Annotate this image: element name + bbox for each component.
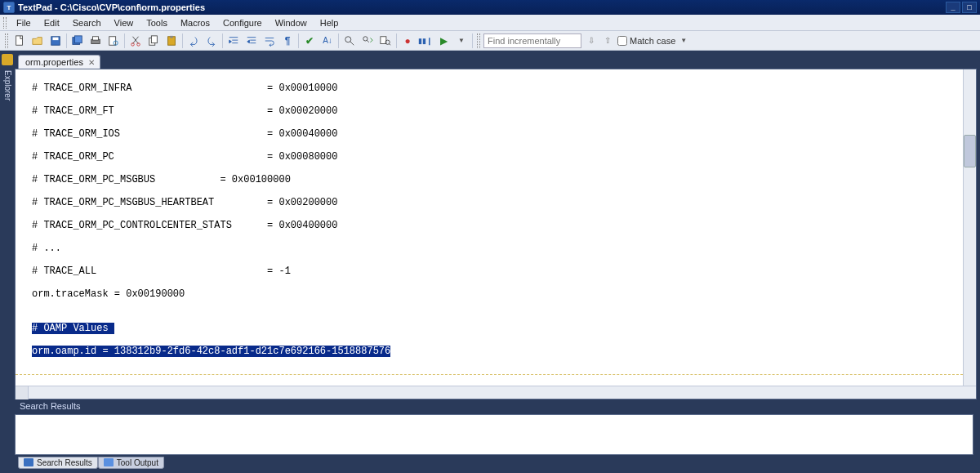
- svg-rect-0: [16, 35, 23, 44]
- search-results-icon: [24, 458, 33, 466]
- svg-point-15: [345, 36, 351, 42]
- cut-icon[interactable]: [127, 33, 144, 49]
- code-line[interactable]: # ...: [29, 243, 963, 254]
- find-options-dropdown-icon[interactable]: ▼: [680, 37, 687, 44]
- search-results-header[interactable]: Search Results: [15, 399, 977, 414]
- svg-rect-2: [53, 37, 59, 40]
- toolbar-grip-2[interactable]: [477, 33, 480, 48]
- save-all-icon[interactable]: [69, 33, 86, 49]
- toolbar-grip-1[interactable]: [5, 33, 8, 48]
- menu-file[interactable]: File: [10, 16, 38, 29]
- undo-icon[interactable]: [185, 33, 202, 49]
- explorer-label: Explorer: [3, 70, 12, 100]
- match-case-checkbox[interactable]: [617, 36, 627, 46]
- find-up-icon[interactable]: ⇧: [601, 34, 614, 47]
- minimize-button[interactable]: _: [946, 2, 960, 13]
- indent-icon[interactable]: [225, 33, 242, 49]
- code-line-highlight[interactable]: # OAMP Values: [29, 323, 963, 334]
- maximize-button[interactable]: □: [962, 2, 977, 13]
- code-line[interactable]: # TRACE_ORM_PC_MSGBUS_HEARTBEAT = 0x0020…: [29, 197, 963, 208]
- titlebar: T TextPad - C:\Cisco\CVP\conf\orm.proper…: [0, 0, 980, 15]
- tab-orm-properties[interactable]: orm.properties ✕: [18, 55, 100, 69]
- code-line[interactable]: # TRACE_ORM_PC_CONTROLCENTER_STATS = 0x0…: [29, 220, 963, 231]
- tab-label: orm.properties: [25, 57, 83, 67]
- code-editor[interactable]: # TRACE_ORM_INFRA = 0x00010000 # TRACE_O…: [16, 69, 963, 386]
- menubar: File Edit Search View Tools Macros Confi…: [0, 15, 980, 31]
- explorer-sidebar[interactable]: Explorer: [0, 51, 15, 473]
- code-line[interactable]: # TRACE_ORM_PC_MSGBUS = 0x00100000: [29, 174, 963, 185]
- record-macro-icon[interactable]: ●: [399, 33, 416, 49]
- tool-output-icon: [104, 458, 114, 466]
- vertical-scrollbar[interactable]: [963, 69, 976, 386]
- redo-icon[interactable]: [203, 33, 220, 49]
- menu-window[interactable]: Window: [269, 16, 314, 29]
- horizontal-scrollbar[interactable]: [16, 386, 976, 399]
- svg-rect-4: [75, 35, 82, 42]
- match-case-label[interactable]: Match case: [617, 36, 675, 46]
- new-file-icon[interactable]: [11, 33, 28, 49]
- code-line[interactable]: orm.traceMask = 0x00190000: [29, 288, 963, 300]
- find-next-icon[interactable]: [359, 33, 376, 49]
- copy-icon[interactable]: [145, 33, 162, 49]
- svg-rect-12: [151, 35, 157, 42]
- document-tabbar: orm.properties ✕: [15, 51, 977, 69]
- scrollbar-thumb[interactable]: [964, 135, 976, 167]
- code-line-highlight[interactable]: orm.oamp.id = 138312b9-2fd6-42c8-adf1-d2…: [29, 346, 963, 357]
- menu-help[interactable]: Help: [314, 16, 345, 29]
- bottom-tab-search-results[interactable]: Search Results: [18, 457, 98, 469]
- incremental-find-box: ⇩ ⇧ Match case ▼: [483, 33, 687, 48]
- search-results-panel[interactable]: [15, 414, 973, 455]
- show-marks-icon[interactable]: ¶: [279, 33, 296, 49]
- menu-view[interactable]: View: [108, 16, 140, 29]
- window-title: TextPad - C:\Cisco\CVP\conf\orm.properti…: [18, 2, 205, 12]
- sort-az-icon[interactable]: A↓: [319, 33, 336, 49]
- code-line[interactable]: # TRACE_ORM_INFRA = 0x00010000: [29, 83, 963, 94]
- tab-close-icon[interactable]: ✕: [88, 58, 95, 67]
- code-line[interactable]: # TRACE_ORM_PC = 0x00080000: [29, 151, 963, 163]
- play-macro-icon[interactable]: ▶: [435, 33, 452, 49]
- incremental-find-input[interactable]: [483, 33, 581, 48]
- menubar-grip[interactable]: [3, 17, 7, 29]
- print-icon[interactable]: [87, 33, 104, 49]
- menu-tools[interactable]: Tools: [140, 16, 174, 29]
- macro-dropdown-icon[interactable]: ▼: [453, 33, 470, 49]
- svg-rect-6: [93, 36, 99, 39]
- bottom-tab-tool-output[interactable]: Tool Output: [98, 457, 164, 469]
- bottom-tabbar: Search Results Tool Output: [15, 455, 977, 470]
- word-wrap-icon[interactable]: [261, 33, 278, 49]
- svg-rect-14: [170, 35, 173, 38]
- app-icon: T: [3, 2, 15, 13]
- editor-frame: # TRACE_ORM_INFRA = 0x00010000 # TRACE_O…: [15, 69, 977, 399]
- menu-edit[interactable]: Edit: [38, 16, 66, 29]
- toolbar: ¶ ✔ A↓ ● ▮▮❙ ▶ ▼ ⇩ ⇧ Match case ▼: [0, 31, 980, 51]
- print-preview-icon[interactable]: [105, 33, 122, 49]
- code-line[interactable]: # TRACE_ORM_FT = 0x00020000: [29, 105, 963, 117]
- find-icon[interactable]: [341, 33, 358, 49]
- code-line[interactable]: # TRACE_ORM_IOS = 0x00040000: [29, 128, 963, 140]
- find-down-icon[interactable]: ⇩: [585, 34, 598, 47]
- outdent-icon[interactable]: [243, 33, 260, 49]
- menu-macros[interactable]: Macros: [174, 16, 216, 29]
- menu-configure[interactable]: Configure: [216, 16, 269, 29]
- code-line[interactable]: # TRACE_ALL = -1: [29, 266, 963, 277]
- find-in-files-icon[interactable]: [377, 33, 394, 49]
- split-handle[interactable]: [16, 386, 29, 399]
- open-file-icon[interactable]: [29, 33, 46, 49]
- spell-check-icon[interactable]: ✔: [301, 33, 318, 49]
- save-icon[interactable]: [47, 33, 64, 49]
- paste-icon[interactable]: [163, 33, 180, 49]
- menu-search[interactable]: Search: [66, 16, 108, 29]
- explorer-icon[interactable]: [2, 54, 13, 65]
- horizontal-rule: [29, 368, 963, 380]
- app-window: T TextPad - C:\Cisco\CVP\conf\orm.proper…: [0, 0, 980, 473]
- pause-macro-icon[interactable]: ▮▮❙: [417, 33, 434, 49]
